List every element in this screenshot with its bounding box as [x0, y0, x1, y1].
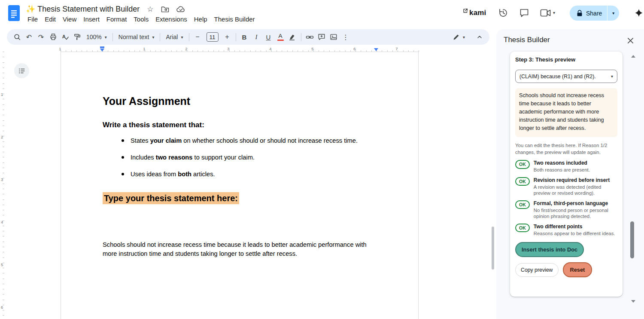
editing-mode-select[interactable]: ▾: [450, 31, 468, 43]
external-link-icon: [463, 8, 468, 13]
italic-button[interactable]: I: [251, 31, 262, 43]
text-color-button[interactable]: A: [275, 31, 286, 43]
check-text: Two different points Reasons appear to b…: [534, 224, 615, 237]
underline-button[interactable]: U: [263, 31, 274, 43]
document-scrollbar-thumb[interactable]: [492, 227, 494, 270]
doc-highlighted-heading[interactable]: Type your thesis statement here:: [103, 193, 239, 203]
font-value: Arial: [166, 34, 178, 40]
first-line-indent-marker[interactable]: [100, 46, 104, 48]
doc-thesis-paragraph[interactable]: Schools should not increase recess time …: [103, 240, 381, 258]
sidebar-scroll-down-icon[interactable]: [631, 300, 635, 303]
chevron-down-icon: ▾: [152, 35, 154, 40]
list-item[interactable]: Uses ideas from both articles.: [122, 170, 405, 178]
menu-view[interactable]: View: [59, 15, 80, 23]
zoom-select[interactable]: 100% ▾: [83, 31, 110, 43]
more-options-icon[interactable]: ⋮: [340, 31, 352, 43]
paragraph-style-select[interactable]: Normal text ▾: [115, 31, 158, 43]
paint-format-icon[interactable]: [71, 31, 83, 43]
highlighted-text[interactable]: Type your thesis statement here:: [103, 192, 239, 204]
move-folder-icon[interactable]: [161, 6, 169, 13]
thesis-preview-textarea[interactable]: Schools should not increase recess time …: [515, 88, 617, 137]
ruler-number: 4: [269, 46, 271, 51]
ruler-number: 3: [1, 177, 3, 182]
share-button[interactable]: Share ▾: [570, 6, 619, 21]
style-value: Normal text: [118, 34, 149, 40]
meet-chevron-down-icon[interactable]: ▾: [553, 10, 555, 15]
menu-insert[interactable]: Insert: [80, 15, 103, 23]
check-item: OK Revision required before insert A rev…: [515, 177, 617, 196]
check-title: Two reasons included: [534, 160, 590, 166]
menu-help[interactable]: Help: [191, 15, 211, 23]
menu-file[interactable]: File: [24, 15, 41, 23]
menu-thesis-builder[interactable]: Thesis Builder: [211, 15, 258, 23]
svg-text:A: A: [62, 34, 65, 39]
highlight-color-icon[interactable]: [287, 31, 298, 43]
sidebar-scrollbar-thumb[interactable]: [630, 221, 634, 258]
kami-extension-button[interactable]: kami: [463, 8, 486, 18]
gemini-sparkle-icon[interactable]: [634, 8, 644, 18]
text-color-swatch: [277, 40, 284, 41]
close-icon[interactable]: [626, 37, 635, 45]
font-family-select[interactable]: Arial ▾: [163, 31, 186, 43]
thesis-preview-card: Step 3: Thesis preview (CLAIM) because (…: [510, 52, 623, 297]
list-item[interactable]: States your claim on whether schools sho…: [122, 136, 405, 145]
vertical-ruler: 1 2 3 4 5 6: [0, 52, 6, 319]
chevron-down-icon: ▾: [181, 35, 183, 40]
insert-link-icon[interactable]: [304, 31, 316, 43]
bullet-dot: [122, 139, 124, 142]
search-menus-icon[interactable]: [11, 31, 23, 43]
check-list: OK Two reasons included Both reasons are…: [515, 160, 617, 236]
redo-icon[interactable]: ↷: [35, 31, 47, 43]
docs-logo-icon[interactable]: [8, 5, 20, 21]
add-comment-icon[interactable]: [316, 31, 328, 43]
doc-heading[interactable]: Your Assignment: [103, 95, 190, 107]
hide-menus-chevron-up-icon[interactable]: [474, 31, 485, 43]
spellcheck-icon[interactable]: A: [59, 31, 71, 43]
reset-button[interactable]: Reset: [563, 262, 592, 277]
check-desc: Both reasons are present.: [534, 167, 590, 173]
check-desc: A revision was detected (edited preview …: [534, 184, 617, 196]
comments-icon[interactable]: [519, 8, 529, 18]
share-label: Share: [586, 10, 602, 17]
ok-status-badge: OK: [515, 177, 530, 186]
copy-preview-button[interactable]: Copy preview: [515, 263, 559, 277]
right-margin-triangle[interactable]: [374, 48, 378, 51]
ruler-number: 3: [227, 46, 229, 51]
menu-edit[interactable]: Edit: [41, 15, 59, 23]
decrease-font-size-button[interactable]: −: [192, 31, 204, 43]
ruler-number: 7: [395, 46, 398, 51]
check-text: Revision required before insert A revisi…: [534, 177, 617, 196]
ok-status-badge: OK: [515, 160, 530, 169]
ruler-number: 2: [185, 46, 187, 51]
doc-bullet-list[interactable]: States your claim on whether schools sho…: [122, 136, 405, 187]
print-icon[interactable]: [47, 31, 59, 43]
menu-tools[interactable]: Tools: [130, 15, 152, 23]
insert-image-icon[interactable]: [328, 31, 340, 43]
left-indent-marker[interactable]: [100, 46, 104, 52]
font-size-input[interactable]: 11: [207, 32, 219, 42]
version-history-icon[interactable]: [498, 8, 508, 18]
insert-thesis-button[interactable]: Insert thesis into Doc: [515, 242, 584, 257]
show-outline-button[interactable]: [14, 63, 29, 78]
left-margin-triangle[interactable]: [100, 49, 104, 52]
list-item[interactable]: Includes two reasons to support your cla…: [122, 153, 405, 162]
star-icon[interactable]: ☆: [147, 6, 153, 13]
undo-icon[interactable]: ↶: [23, 31, 35, 43]
document-page[interactable]: Your Assignment Write a thesis statement…: [61, 52, 419, 319]
right-indent-marker[interactable]: [374, 48, 378, 51]
bullet-dot: [122, 156, 124, 159]
increase-font-size-button[interactable]: +: [222, 31, 233, 43]
bold-button[interactable]: B: [239, 31, 250, 43]
zoom-value: 100%: [86, 34, 102, 40]
meet-video-icon[interactable]: [540, 9, 550, 19]
menu-format[interactable]: Format: [103, 15, 131, 23]
doc-subheading[interactable]: Write a thesis statement that:: [103, 121, 204, 129]
toolbar-divider: [189, 33, 189, 41]
share-chevron-down-icon[interactable]: ▾: [608, 11, 619, 15]
sidebar-scroll-up-icon[interactable]: [631, 55, 635, 58]
ruler-number: 5: [1, 262, 3, 267]
menu-extensions[interactable]: Extensions: [152, 15, 190, 23]
doc-title-input[interactable]: ✨ Thesis Statement with Builder: [26, 4, 140, 14]
template-select[interactable]: (CLAIM) because (R1) and (R2). ▾: [515, 70, 617, 83]
ruler-number: 6: [1, 305, 3, 310]
